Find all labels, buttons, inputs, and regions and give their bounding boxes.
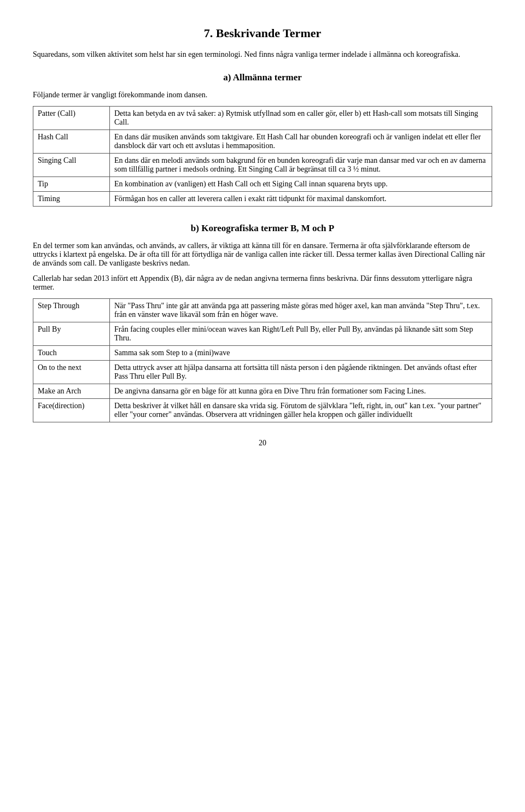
term-cell: On to the next bbox=[33, 361, 110, 384]
table-row: TipEn kombination av (vanligen) ett Hash… bbox=[33, 177, 492, 192]
chapter-title: 7. Beskrivande Termer bbox=[33, 26, 492, 40]
description-cell: Detta kan betyda en av två saker: a) Ryt… bbox=[110, 107, 492, 130]
section-b-title: b) Koreografiska termer B, M och P bbox=[33, 223, 492, 234]
term-cell: Timing bbox=[33, 192, 110, 207]
table-row: Pull ByFrån facing couples eller mini/oc… bbox=[33, 322, 492, 346]
term-cell: Singing Call bbox=[33, 154, 110, 177]
description-cell: De angivna dansarna gör en båge för att … bbox=[110, 384, 492, 399]
table-row: Face(direction)Detta beskriver åt vilket… bbox=[33, 399, 492, 422]
table-row: Step ThroughNär "Pass Thru" inte går att… bbox=[33, 299, 492, 322]
description-cell: En dans där en melodi används som bakgru… bbox=[110, 154, 492, 177]
description-cell: Förmågan hos en caller att leverera call… bbox=[110, 192, 492, 207]
section-a-table: Patter (Call)Detta kan betyda en av två … bbox=[33, 106, 492, 207]
section-a-title: a) Allmänna termer bbox=[33, 72, 492, 83]
description-cell: Samma sak som Step to a (mini)wave bbox=[110, 346, 492, 361]
table-row: Make an ArchDe angivna dansarna gör en b… bbox=[33, 384, 492, 399]
description-cell: En dans där musiken används som taktgiva… bbox=[110, 130, 492, 154]
section-a-intro: Följande termer är vangligt förekommande… bbox=[33, 91, 492, 99]
term-cell: Hash Call bbox=[33, 130, 110, 154]
table-row: Hash CallEn dans där musiken används som… bbox=[33, 130, 492, 154]
table-row: TouchSamma sak som Step to a (mini)wave bbox=[33, 346, 492, 361]
section-b-table: Step ThroughNär "Pass Thru" inte går att… bbox=[33, 298, 492, 422]
term-cell: Face(direction) bbox=[33, 399, 110, 422]
term-cell: Pull By bbox=[33, 322, 110, 346]
term-cell: Make an Arch bbox=[33, 384, 110, 399]
description-cell: En kombination av (vanligen) ett Hash Ca… bbox=[110, 177, 492, 192]
term-cell: Touch bbox=[33, 346, 110, 361]
description-cell: Detta uttryck avser att hjälpa dansarna … bbox=[110, 361, 492, 384]
table-row: On to the nextDetta uttryck avser att hj… bbox=[33, 361, 492, 384]
section-b-intro2: Callerlab har sedan 2013 infört ett Appe… bbox=[33, 274, 492, 292]
section-b-intro1: En del termer som kan användas, och anvä… bbox=[33, 242, 492, 268]
description-cell: När "Pass Thru" inte går att använda pga… bbox=[110, 299, 492, 322]
term-cell: Patter (Call) bbox=[33, 107, 110, 130]
term-cell: Step Through bbox=[33, 299, 110, 322]
description-cell: Detta beskriver åt vilket håll en dansar… bbox=[110, 399, 492, 422]
table-row: TimingFörmågan hos en caller att leverer… bbox=[33, 192, 492, 207]
term-cell: Tip bbox=[33, 177, 110, 192]
page-number: 20 bbox=[33, 439, 492, 448]
intro-paragraph: Squaredans, som vilken aktivitet som hel… bbox=[33, 50, 492, 59]
table-row: Singing CallEn dans där en melodi använd… bbox=[33, 154, 492, 177]
description-cell: Från facing couples eller mini/ocean wav… bbox=[110, 322, 492, 346]
table-row: Patter (Call)Detta kan betyda en av två … bbox=[33, 107, 492, 130]
